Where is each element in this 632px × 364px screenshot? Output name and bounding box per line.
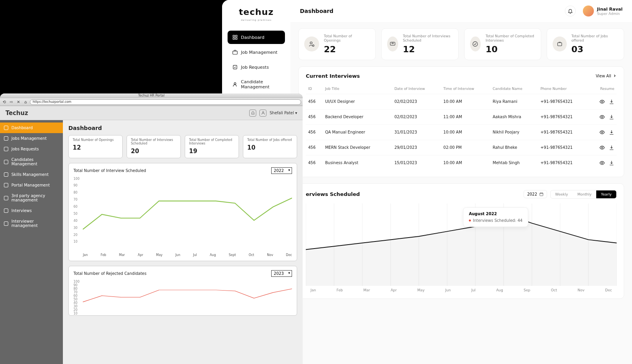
download-icon[interactable] xyxy=(609,130,614,135)
month-label: Feb xyxy=(336,288,343,292)
home-button[interactable]: ⌂ xyxy=(23,99,28,105)
month-label: Mar xyxy=(364,288,370,292)
logo-tagline: delivering premises xyxy=(241,18,272,21)
table-row[interactable]: 456QA Manual Engineer31/01/202310:00 AMN… xyxy=(306,124,617,140)
user-search-icon xyxy=(304,37,319,51)
stop-button[interactable]: ✕ xyxy=(16,99,21,105)
sidebar-item[interactable]: Jobs Requests xyxy=(0,144,63,154)
table-row[interactable]: 456MERN Stack Developer29/01/202302:00 P… xyxy=(306,140,617,155)
chevron-right-icon xyxy=(613,74,617,78)
download-icon[interactable] xyxy=(609,114,614,120)
eye-icon[interactable] xyxy=(599,130,605,135)
calendar-icon xyxy=(539,192,544,196)
topbar-user: Shefali Patel ▾ xyxy=(249,110,297,117)
tab-yearly[interactable]: Yearly xyxy=(596,190,616,198)
month-label: Feb xyxy=(101,253,106,257)
request-icon xyxy=(232,64,238,70)
month-label: Apr xyxy=(391,288,397,292)
download-icon[interactable] xyxy=(609,145,614,150)
table-row[interactable]: 456UI/UX Designer02/02/202310:00 AMRiya … xyxy=(306,94,617,109)
eye-icon[interactable] xyxy=(599,99,605,104)
user-role: Super Admin xyxy=(597,12,623,16)
forward-button[interactable]: ⇨ xyxy=(9,99,14,105)
eye-icon[interactable] xyxy=(599,114,605,120)
view-all-link[interactable]: View All xyxy=(596,74,617,78)
notifications-button[interactable] xyxy=(565,5,576,16)
user-menu[interactable]: Jinal Raval Super Admin xyxy=(583,5,623,16)
col-title: Job Title xyxy=(323,84,392,94)
ytick: 80 xyxy=(73,287,79,291)
sidebar-item[interactable]: Jobs Management xyxy=(0,133,63,144)
chart-area: 100908070605040302010 xyxy=(73,177,292,252)
col-id: ID xyxy=(306,84,323,94)
body: Total Number of Openings22 Total Number … xyxy=(290,22,632,364)
month-label: Nov xyxy=(267,253,273,257)
ytick: 30 xyxy=(73,305,79,308)
user-name[interactable]: Shefali Patel ▾ xyxy=(270,111,297,115)
bell-button[interactable] xyxy=(249,110,256,117)
year-select[interactable]: 2022 xyxy=(271,167,292,174)
nav-label: Candidate Management xyxy=(241,79,280,90)
app-topbar: Techuz Shefali Patel ▾ xyxy=(0,106,303,120)
url-bar[interactable]: https://techuzportal.com xyxy=(30,99,301,105)
back-button[interactable]: ⟲ xyxy=(2,99,7,105)
current-interviews-panel: Current Interviews View All ID Job Title… xyxy=(298,66,624,177)
eye-icon[interactable] xyxy=(599,145,605,150)
checkbox-icon xyxy=(4,221,8,226)
ytick: 20 xyxy=(73,233,79,237)
user-name: Jinal Raval xyxy=(597,7,623,12)
y-axis: 100908070605040302010 xyxy=(73,177,79,244)
user-button[interactable] xyxy=(259,110,266,117)
card-scheduled: Total Number of Interviews Scheduled12 xyxy=(381,28,459,60)
checkbox-icon xyxy=(4,136,8,141)
checkbox-icon xyxy=(4,172,8,177)
card-value: 20 xyxy=(131,148,176,155)
chart-title: Total Number of Rejected Candidates xyxy=(73,271,147,276)
card-label: Total Number of Completed Interviews xyxy=(485,34,535,43)
tab-monthly[interactable]: Monthly xyxy=(573,190,596,198)
sidebar: DashboardJobs ManagementJobs RequestsCan… xyxy=(0,120,63,364)
table-row[interactable]: 456Backend Developer02/02/202311:00 AMAa… xyxy=(306,109,617,124)
download-icon[interactable] xyxy=(609,160,614,166)
sidebar-item[interactable]: Interviewer management xyxy=(0,216,63,231)
download-icon[interactable] xyxy=(609,99,614,104)
sidebar-item[interactable]: Portal Management xyxy=(0,180,63,190)
ytick: 70 xyxy=(73,198,79,201)
ytick: 40 xyxy=(73,219,79,223)
month-label: Apr xyxy=(138,253,143,257)
tooltip-line: Interviews Scheduled: 44 xyxy=(473,218,522,223)
checkbox-icon xyxy=(4,160,8,164)
nav-label: Dashboard xyxy=(241,35,265,40)
nav-job-requests[interactable]: Job Requests xyxy=(228,60,285,74)
card-label: Total Number of Jobs offered xyxy=(571,34,618,43)
nav-job-management[interactable]: Job Management xyxy=(228,46,285,59)
checkbox-icon xyxy=(4,196,8,200)
col-resume: Resume xyxy=(590,84,617,94)
month-label: Jun xyxy=(175,253,180,257)
checkbox-icon xyxy=(4,147,8,151)
sidebar-item[interactable]: Dashboard xyxy=(0,123,63,133)
ytick: 90 xyxy=(73,184,79,187)
panel-title: Current Interviews xyxy=(306,73,360,79)
card-label: Total Number of Openings xyxy=(324,34,370,43)
tab-weekly[interactable]: Weekly xyxy=(551,190,573,198)
svg-point-8 xyxy=(310,42,312,44)
nav-dashboard[interactable]: Dashboard xyxy=(228,31,285,44)
sidebar-item[interactable]: 3rd party agency management xyxy=(0,190,63,205)
year-select[interactable]: 2022 xyxy=(524,190,547,198)
sidebar-item[interactable]: Interviews xyxy=(0,205,63,216)
user-icon xyxy=(232,82,238,87)
svg-point-11 xyxy=(473,42,478,46)
year-select[interactable]: 2023 xyxy=(271,270,292,277)
sidebar-item[interactable]: Skills Management xyxy=(0,169,63,180)
month-label: Mar xyxy=(119,253,125,257)
sidebar-item[interactable]: Candidates Management xyxy=(0,154,63,169)
range-tabs: Weekly Monthly Yearly xyxy=(550,190,617,199)
nav-candidate-management[interactable]: Candidate Management xyxy=(228,75,285,93)
card-value: 12 xyxy=(73,144,118,151)
ytick: 40 xyxy=(73,301,79,305)
table-row[interactable]: 456Business Analyst15/01/202310:00 AMMeh… xyxy=(306,155,617,170)
sidebar-label: Dashboard xyxy=(11,126,33,130)
eye-icon[interactable] xyxy=(599,160,605,166)
month-label: May xyxy=(417,288,425,292)
